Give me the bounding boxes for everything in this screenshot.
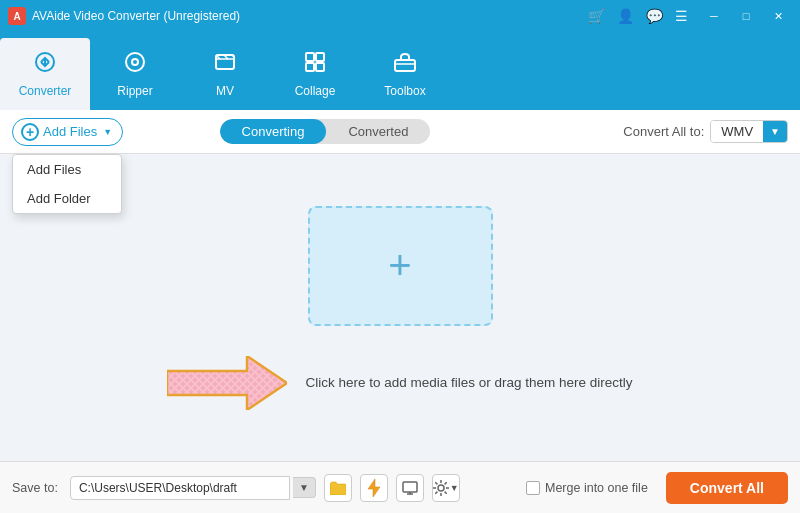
nav-collage[interactable]: Collage [270,38,360,110]
maximize-button[interactable]: □ [732,5,760,27]
svg-point-14 [438,485,444,491]
collage-icon [303,50,327,80]
svg-rect-8 [395,60,415,71]
merge-label: Merge into one file [545,481,648,495]
titlebar: A AVAide Video Converter (Unregistered) … [0,0,800,32]
drop-zone-plus-icon: + [388,243,411,288]
nav-collage-label: Collage [295,84,336,98]
close-button[interactable]: ✕ [764,5,792,27]
merge-row: Merge into one file [526,481,648,495]
add-files-button[interactable]: + Add Files ▼ [12,118,123,146]
dropdown-add-files[interactable]: Add Files [13,155,121,184]
svg-rect-7 [316,63,324,71]
drop-zone[interactable]: + [308,206,493,326]
arrow-hint [167,356,287,410]
save-path-dropdown-arrow[interactable]: ▼ [293,477,316,498]
dropdown-arrow-icon: ▼ [103,127,112,137]
convert-all-to-section: Convert All to: WMV ▼ [623,120,788,143]
app-title: AVAide Video Converter (Unregistered) [32,9,588,23]
convert-all-to-label: Convert All to: [623,124,704,139]
format-dropdown-arrow[interactable]: ▼ [763,121,787,142]
nav-toolbox[interactable]: Toolbox [360,38,450,110]
nav-mv[interactable]: MV [180,38,270,110]
settings-dropdown-indicator: ▼ [450,483,459,493]
top-icons: 🛒 👤 💬 ☰ [588,8,688,24]
plus-circle-icon: + [21,123,39,141]
svg-rect-6 [306,63,314,71]
flash-icon-btn[interactable] [360,474,388,502]
save-to-label: Save to: [12,481,58,495]
nav-converter-label: Converter [19,84,72,98]
svg-point-2 [132,59,138,65]
save-path-input[interactable] [70,476,290,500]
monitor-icon-btn[interactable] [396,474,424,502]
svg-rect-13 [403,482,417,492]
chat-icon[interactable]: 💬 [646,8,663,24]
convert-all-button[interactable]: Convert All [666,472,788,504]
svg-point-1 [126,53,144,71]
window-controls: ─ □ ✕ [700,5,792,27]
svg-rect-4 [306,53,314,61]
minimize-button[interactable]: ─ [700,5,728,27]
nav-mv-label: MV [216,84,234,98]
add-files-dropdown: Add Files Add Folder [12,154,122,214]
nav-converter[interactable]: Converter [0,38,90,110]
bottombar: Save to: ▼ ▼ Merge into one file Convert… [0,461,800,513]
menu-icon[interactable]: ☰ [675,8,688,24]
add-files-label: Add Files [43,124,97,139]
arrow-icon [167,356,287,410]
tab-converting[interactable]: Converting [220,119,327,144]
nav-ripper-label: Ripper [117,84,152,98]
toolbar: + Add Files ▼ Add Files Add Folder Conve… [0,110,800,154]
tab-converted[interactable]: Converted [326,119,430,144]
mv-icon [213,50,237,80]
svg-marker-12 [167,356,287,410]
format-value[interactable]: WMV [711,121,763,142]
user-icon[interactable]: 👤 [617,8,634,24]
nav-toolbox-label: Toolbox [384,84,425,98]
add-files-wrapper: + Add Files ▼ Add Files Add Folder [12,118,123,146]
ripper-icon [123,50,147,80]
toolbox-icon [393,50,417,80]
folder-icon-btn[interactable] [324,474,352,502]
merge-checkbox[interactable] [526,481,540,495]
settings-icon-btn[interactable]: ▼ [432,474,460,502]
tab-group: Converting Converted [220,119,431,144]
hint-text: Click here to add media files or drag th… [305,375,632,390]
nav-ripper[interactable]: Ripper [90,38,180,110]
app-logo: A [8,7,26,25]
dropdown-add-folder[interactable]: Add Folder [13,184,121,213]
cart-icon[interactable]: 🛒 [588,8,605,24]
navbar: Converter Ripper MV [0,32,800,110]
converter-icon [33,50,57,80]
hint-row: Click here to add media files or drag th… [167,356,632,410]
svg-rect-5 [316,53,324,61]
